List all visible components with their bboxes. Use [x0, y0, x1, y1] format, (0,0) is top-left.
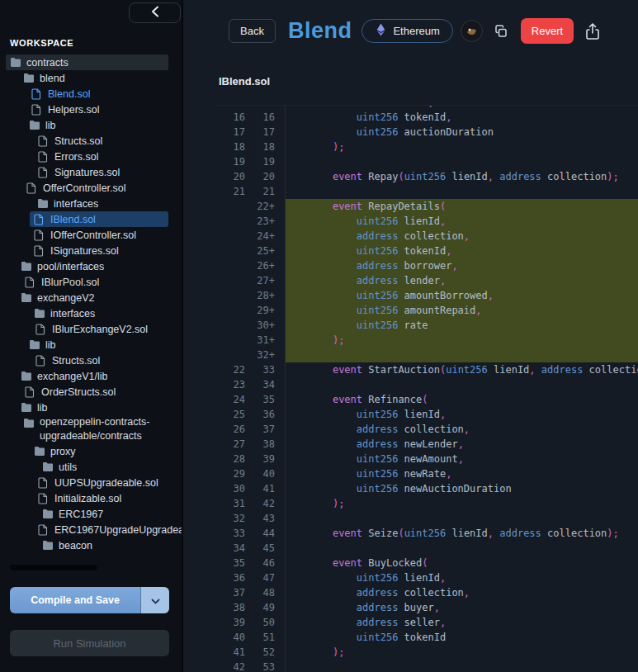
- old-line-number: 42: [216, 660, 245, 672]
- old-line-number: 23: [216, 377, 245, 392]
- old-line-number: 36: [216, 570, 245, 585]
- folder-icon: [34, 446, 46, 457]
- tree-item-iblend-sol[interactable]: IBlend.sol: [30, 211, 168, 227]
- tree-item-lib[interactable]: lib: [0, 337, 182, 353]
- tree-item-exchangev1-lib[interactable]: exchangeV1/lib: [0, 368, 182, 384]
- tree-item-structs-sol[interactable]: Structs.sol: [0, 133, 182, 149]
- tree-item-utils[interactable]: utils: [0, 459, 182, 475]
- new-line-number: 35: [245, 392, 275, 407]
- tree-item-label: beacon: [59, 540, 92, 551]
- sidebar-collapse-button[interactable]: [129, 2, 181, 23]
- tree-item-label: Structs.sol: [54, 135, 102, 147]
- folder-icon: [42, 540, 54, 551]
- new-line-number: 38: [245, 437, 275, 452]
- tree-item-erc1967upgradeupgradeable-sol[interactable]: ERC1967UpgradeUpgradeable.sol: [0, 522, 182, 537]
- new-line-number: 19: [245, 154, 275, 169]
- compile-and-save-button[interactable]: Compile and Save: [10, 587, 141, 613]
- code-text: uint256 amountBorrowed,: [285, 288, 638, 303]
- code-text: address borrower,: [285, 258, 638, 273]
- tree-item-proxy[interactable]: proxy: [0, 443, 182, 459]
- tree-item-label: exchangeV2: [37, 292, 95, 304]
- compile-options-dropdown-button[interactable]: [141, 587, 169, 613]
- tree-item-label: ISignatures.sol: [50, 245, 119, 257]
- old-line-number: [216, 288, 245, 303]
- tree-item-label: Helpers.sol: [48, 104, 100, 116]
- tree-item-helpers-sol[interactable]: Helpers.sol: [0, 102, 182, 117]
- tree-item-pool-interfaces[interactable]: pool/interfaces: [0, 258, 182, 274]
- new-line-number: 53: [245, 660, 275, 672]
- tree-item-label: blend: [40, 73, 65, 84]
- new-line-number: 52: [245, 645, 275, 660]
- old-line-number: [216, 348, 245, 362]
- tree-item-lib[interactable]: lib: [0, 117, 182, 133]
- copy-icon[interactable]: [492, 22, 510, 40]
- tree-item-interfaces[interactable]: interfaces: [0, 196, 182, 211]
- old-line-number: 35: [216, 556, 245, 570]
- old-line-number: 19: [216, 154, 245, 169]
- code-line: 2536 uint256 lienId,: [216, 407, 638, 422]
- code-line: 3041 uint256 newAuctionDuration: [216, 481, 638, 496]
- tree-item-exchangev2[interactable]: exchangeV2: [0, 290, 182, 305]
- code-text: [285, 660, 638, 672]
- new-line-number: 42: [245, 496, 275, 511]
- folder-icon: [21, 292, 33, 303]
- tree-item-initializable-sol[interactable]: Initializable.sol: [0, 490, 182, 506]
- new-line-number: 49: [245, 600, 275, 615]
- code-line: 31+ );: [216, 333, 638, 348]
- new-line-number: 36: [245, 407, 275, 422]
- tree-item-label: IBlend.sol: [50, 214, 96, 225]
- tree-item-lib[interactable]: lib: [0, 400, 182, 415]
- workspace-label: WORKSPACE: [10, 38, 73, 48]
- new-line-number: 30+: [245, 318, 275, 333]
- tree-item-erc1967[interactable]: ERC1967: [0, 506, 182, 522]
- tree-item-signatures-sol[interactable]: Signatures.sol: [0, 164, 182, 180]
- tree-item-uupsupgradeable-sol[interactable]: UUPSUpgradeable.sol: [0, 475, 182, 490]
- old-line-number: 29: [216, 466, 245, 481]
- folder-icon: [29, 120, 41, 130]
- tree-item-isignatures-sol[interactable]: ISignatures.sol: [0, 243, 182, 258]
- tree-item-orderstructs-sol[interactable]: OrderStructs.sol: [0, 384, 182, 400]
- revert-button[interactable]: Revert: [521, 18, 574, 44]
- code-line: 3142 );: [216, 496, 638, 511]
- tree-item-beacon[interactable]: beacon: [0, 537, 182, 553]
- tree-item-contracts[interactable]: contracts: [6, 54, 168, 70]
- tree-item-blend-sol[interactable]: Blend.sol: [0, 86, 182, 102]
- network-selector[interactable]: Ethereum: [362, 19, 452, 43]
- tree-item-iblurpool-sol[interactable]: IBlurPool.sol: [0, 274, 182, 290]
- file-icon: [25, 277, 37, 288]
- tree-item-offercontroller-sol[interactable]: OfferController.sol: [0, 180, 182, 196]
- old-line-number: [216, 273, 245, 288]
- run-simulation-button[interactable]: Run Simulation: [10, 630, 169, 656]
- tree-item-structs-sol[interactable]: Structs.sol: [0, 353, 182, 368]
- code-line: 4253: [216, 660, 638, 672]
- file-icon: [34, 214, 46, 225]
- old-line-number: [216, 244, 245, 258]
- tree-item-errors-sol[interactable]: Errors.sol: [0, 149, 182, 164]
- tree-item-label: interfaces: [54, 198, 98, 210]
- folder-icon: [29, 339, 41, 350]
- code-editor[interactable]: 1515 uint256 rate,1616 uint256 tokenId,1…: [216, 105, 638, 672]
- tree-item-label: utils: [59, 461, 77, 473]
- new-line-number: 33: [245, 362, 275, 377]
- tree-horizontal-scrollbar[interactable]: [10, 565, 97, 570]
- code-text: );: [285, 333, 638, 348]
- code-line: 1919: [216, 154, 638, 169]
- code-text: uint256 lienId,: [285, 407, 638, 422]
- tree-item-label: interfaces: [50, 308, 95, 319]
- code-line: 27+ address lender,: [216, 273, 638, 288]
- old-line-number: 38: [216, 600, 245, 615]
- back-button[interactable]: Back: [229, 19, 276, 43]
- tree-item-label: OrderStructs.sol: [41, 386, 116, 398]
- tree-item-openzeppelin-contracts-upgradeable-contracts[interactable]: openzeppelin-contracts-upgradeable/contr…: [0, 415, 182, 443]
- wallet-avatar-icon[interactable]: [461, 20, 483, 42]
- new-line-number: 51: [245, 630, 275, 645]
- tree-item-interfaces[interactable]: interfaces: [0, 305, 182, 321]
- code-line: 22+ event RepayDetails(: [216, 199, 638, 214]
- code-text: uint256 tokenId: [285, 630, 638, 645]
- tree-item-blend[interactable]: blend: [0, 70, 182, 86]
- tree-item-iblurexchangev2-sol[interactable]: IBlurExchangeV2.sol: [0, 321, 182, 337]
- share-icon[interactable]: [583, 21, 603, 42]
- file-icon: [38, 477, 50, 489]
- file-icon: [31, 88, 44, 100]
- tree-item-ioffercontroller-sol[interactable]: IOfferController.sol: [0, 227, 182, 243]
